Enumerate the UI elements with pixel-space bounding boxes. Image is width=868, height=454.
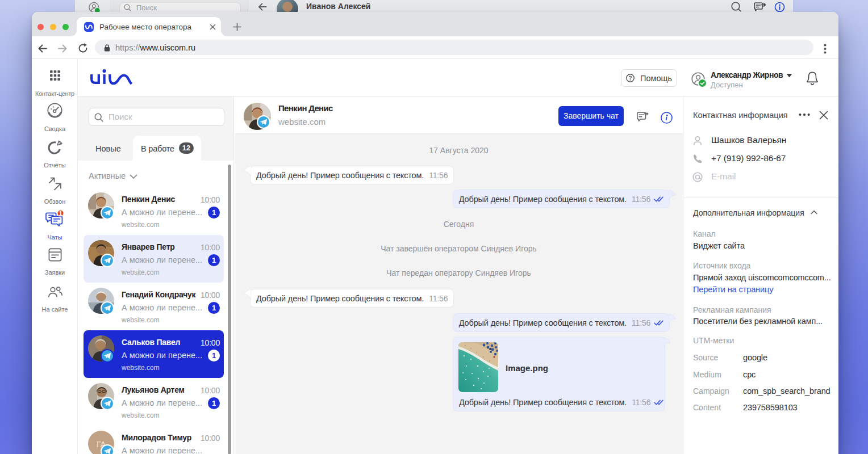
- svg-text:1: 1: [59, 211, 62, 217]
